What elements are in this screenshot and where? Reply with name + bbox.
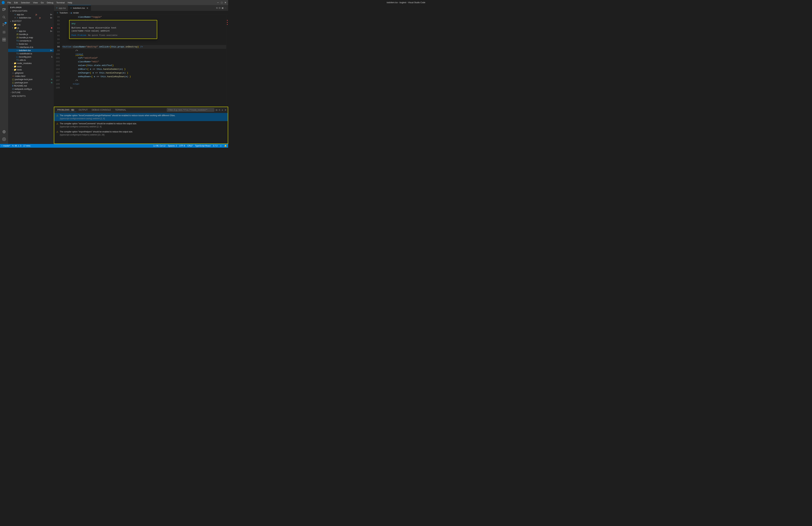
menu-debug[interactable]: Debug: [45, 1, 55, 4]
breadcrumb-class[interactable]: TodoItem: [59, 12, 68, 14]
ts-icon: TS: [16, 40, 19, 42]
sidebar-item-constants-ts[interactable]: TS constants.ts: [8, 39, 54, 42]
js-icon: JS: [16, 33, 19, 35]
sidebar-item-todomodel-ts[interactable]: TS todoModel.ts: [8, 52, 54, 55]
sidebar-item-package-lock[interactable]: { } package-lock.json N: [8, 78, 54, 81]
menu-view[interactable]: View: [32, 1, 39, 4]
sidebar-item-gitignore[interactable]: ◇ .gitignore: [8, 71, 54, 74]
encoding-status[interactable]: UTF-8: [179, 145, 185, 147]
sidebar-item-app-tsx[interactable]: ⚛ app.tsx 9+: [8, 29, 54, 33]
copy-icon[interactable]: ⎘: [219, 109, 220, 111]
activity-search[interactable]: [1, 14, 8, 21]
folder-chevron: ›: [12, 69, 13, 71]
menu-go[interactable]: Go: [40, 1, 45, 4]
sidebar-item-tsconfig-json[interactable]: { } tsconfig.json 5: [8, 55, 54, 58]
more-icon[interactable]: ···: [224, 6, 227, 9]
sidebar-item-css[interactable]: › 📁 css: [8, 23, 54, 26]
sidebar-item-index-html[interactable]: <> index.html: [8, 74, 54, 78]
tsx-icon: ⚛: [17, 17, 18, 19]
position-text: Ln 98, Col 12: [154, 145, 165, 147]
file-badge: 9+: [50, 49, 52, 52]
timer-status[interactable]: 17 mins: [23, 145, 30, 147]
sidebar-item-app-tsx-open[interactable]: ⚛ app.tsx js 9+: [8, 13, 54, 16]
smiley-status[interactable]: ☺: [220, 145, 222, 147]
activity-remote[interactable]: [1, 128, 8, 135]
sidebar-item-readme[interactable]: ℹ README.md: [8, 84, 54, 87]
close-button[interactable]: ✕: [224, 1, 227, 3]
code-line-106: onKeyDown={ e => this.handleKeyDown(e) }: [62, 75, 226, 78]
cursor-position[interactable]: Ln 98, Col 12: [154, 145, 165, 147]
svg-rect-13: [4, 40, 5, 41]
activity-git[interactable]: 3: [1, 21, 8, 28]
menu-edit[interactable]: Edit: [13, 1, 19, 4]
sidebar-item-todoitem-tsx-open[interactable]: ✕ ⚛ todoItem.tsx js 9+: [8, 16, 54, 19]
sidebar-item-interfaces-d-ts[interactable]: TS interfaces.d.ts: [8, 46, 54, 49]
breadcrumb-method[interactable]: render: [73, 12, 79, 14]
outline-section[interactable]: › OUTLINE: [8, 91, 54, 94]
git-icon: ◇: [12, 72, 14, 74]
version-status[interactable]: 3.7.3: [213, 145, 217, 147]
folder-chevron: ›: [12, 62, 13, 64]
menu-help[interactable]: Help: [67, 1, 74, 4]
peek-problem-link[interactable]: Peek Problem: [72, 33, 86, 37]
sidebar-item-package-json[interactable]: { } package.json N: [8, 81, 54, 84]
error-indicator: [227, 20, 228, 21]
close-panel-button[interactable]: ✕: [224, 109, 227, 111]
collapse-icon[interactable]: ∧: [221, 109, 223, 111]
tab-debug-console[interactable]: DEBUG CONSOLE: [90, 108, 113, 112]
problem-item-2[interactable]: ⚠ The compiler option "removeComments" s…: [54, 121, 228, 129]
layout-icon[interactable]: ⊟: [219, 6, 220, 9]
svg-rect-12: [2, 40, 4, 41]
code-editor[interactable]: 9091929394 9596979899 100101102103104 10…: [54, 15, 228, 107]
panel-icon[interactable]: ▣: [221, 6, 223, 9]
git-branch-status[interactable]: ⑂ master*: [1, 145, 10, 147]
close-icon[interactable]: ✕: [14, 17, 16, 19]
sidebar-item-todoitem-tsx[interactable]: ⚛ todoItem.tsx 9+: [8, 49, 54, 52]
tab-close-button[interactable]: ✕: [86, 6, 89, 10]
sidebar-item-footer-tsx[interactable]: ⚛ footer.tsx: [8, 42, 54, 46]
bugtest-section[interactable]: ▾ BUGTEST: [8, 19, 54, 23]
split-editor-icon[interactable]: ⧉: [216, 6, 218, 9]
tab-output[interactable]: OUTPUT: [77, 108, 89, 112]
activity-debug[interactable]: [1, 29, 8, 35]
problem-item-3[interactable]: ⚠ The compiler option "importHelpers" sh…: [54, 129, 228, 137]
filter-input[interactable]: [167, 108, 214, 112]
notification-status[interactable]: 🔔: [224, 145, 227, 147]
tab-app-tsx[interactable]: ⚛ app.tsx: [54, 5, 68, 11]
sidebar-item-bundle-js[interactable]: JS bundle.js: [8, 33, 54, 36]
tab-problems[interactable]: PROBLEMS 51: [56, 108, 76, 112]
activity-settings[interactable]: [1, 136, 8, 143]
problem-message: The compiler option "forceConsistentCasi…: [60, 114, 175, 117]
tab-terminal[interactable]: TERMINAL: [113, 108, 128, 112]
breadcrumb: ⚛ TodoItem › ◈ render: [54, 11, 228, 15]
filter-icon[interactable]: ⊟: [216, 109, 217, 111]
sidebar-item-tests[interactable]: › 📁 tests: [8, 68, 54, 71]
title-bar-left: File Edit Selection View Go Debug Termin…: [2, 1, 73, 4]
sidebar-item-webpack[interactable]: ⬡ webpack.config.js: [8, 87, 54, 91]
problem-item-1[interactable]: ⚠ The compiler option "forceConsistentCa…: [54, 113, 228, 121]
open-editors-section[interactable]: ▾ OPEN EDITORS: [8, 9, 54, 13]
sidebar-item-utils-ts[interactable]: TS utils.ts: [8, 58, 54, 62]
tab-todoitem-tsx[interactable]: ⚛ todoItem.tsx ✕: [68, 5, 91, 11]
timer-value: 17 mins: [23, 145, 30, 147]
activity-extensions[interactable]: [1, 36, 8, 43]
activity-explorer[interactable]: [1, 6, 8, 13]
sync-icon: ↻: [12, 145, 14, 147]
menu-selection[interactable]: Selection: [19, 1, 31, 4]
minimize-button[interactable]: ─: [217, 1, 219, 3]
sidebar-item-bundle-map[interactable]: JS bundle.js.map: [8, 36, 54, 39]
sidebar-item-node-modules[interactable]: › 📁 node_modules: [8, 62, 54, 65]
sync-status[interactable]: ↻ 48 ⚠ 3: [12, 145, 21, 147]
menu-file[interactable]: File: [6, 1, 12, 4]
sidebar-item-scss[interactable]: › 📁 scss: [8, 65, 54, 68]
indentation-status[interactable]: Spaces: 2: [168, 145, 177, 147]
line-ending-status[interactable]: CRLF: [187, 145, 192, 147]
sidebar-item-js[interactable]: ▾ 📁 js: [8, 26, 54, 29]
npm-scripts-section[interactable]: › NPM SCRIPTS: [8, 94, 54, 98]
svg-line-3: [4, 18, 5, 18]
language-status[interactable]: TypeScript React: [195, 145, 211, 147]
problem-text-3: The compiler option "importHelpers" shou…: [60, 130, 133, 136]
menu-terminal[interactable]: Terminal: [55, 1, 66, 4]
maximize-button[interactable]: □: [221, 1, 223, 3]
branch-icon: ⑂: [1, 145, 2, 147]
